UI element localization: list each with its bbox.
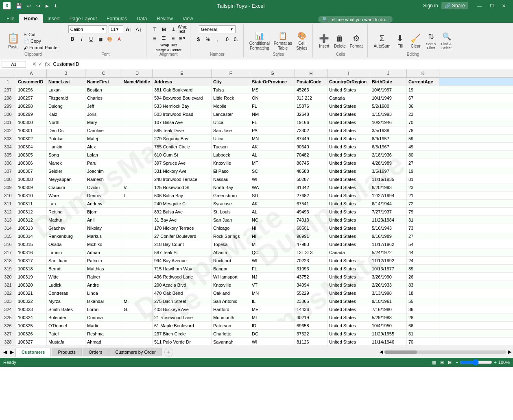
table-cell[interactable]: 67541 <box>295 200 327 208</box>
table-cell[interactable] <box>122 102 153 110</box>
table-cell[interactable]: Charles <box>85 94 122 102</box>
table-cell[interactable] <box>122 281 153 289</box>
table-cell[interactable]: 36 <box>407 305 439 313</box>
table-cell[interactable]: 12/27/1994 <box>370 192 407 200</box>
table-row[interactable]: 327100326PatelReshma237 Birch CircleChar… <box>0 330 513 338</box>
table-cell[interactable]: AK <box>250 200 295 208</box>
table-cell[interactable]: 100321 <box>16 289 47 297</box>
percent-btn[interactable]: % <box>204 35 212 44</box>
table-row[interactable]: 298100297FitzgeraldCharles594 Boxwood Bo… <box>0 94 513 102</box>
table-cell[interactable]: United States <box>327 224 370 232</box>
comma-btn[interactable]: , <box>213 35 221 44</box>
table-cell[interactable] <box>122 330 153 338</box>
table-cell[interactable]: 11/29/1955 <box>370 330 407 338</box>
table-cell[interactable]: 100301 <box>16 126 47 135</box>
table-cell[interactable] <box>122 94 153 102</box>
table-cell[interactable]: NJ <box>250 273 295 281</box>
table-cell[interactable]: United States <box>327 102 370 110</box>
table-cell[interactable]: Ramesh <box>85 175 122 183</box>
format-cells-btn[interactable]: ⚙ Format <box>348 33 365 49</box>
table-cell[interactable]: 237 Birch Circle <box>153 330 212 338</box>
decrease-decimal-btn[interactable]: 0. <box>232 35 240 44</box>
table-cell[interactable]: 7/27/1937 <box>370 208 407 216</box>
table-cell[interactable] <box>122 313 153 322</box>
table-cell[interactable]: United States <box>327 289 370 297</box>
font-name-selector[interactable]: Calibri ▼ <box>68 25 107 33</box>
minimize-btn[interactable]: — <box>473 2 486 10</box>
table-cell[interactable]: 100315 <box>16 240 47 248</box>
table-cell[interactable]: NC <box>250 216 295 224</box>
table-cell[interactable]: 48588 <box>295 167 327 175</box>
currency-btn[interactable]: $ <box>194 35 203 44</box>
table-cell[interactable]: United States <box>327 297 370 305</box>
table-cell[interactable]: United States <box>327 118 370 126</box>
table-cell[interactable]: Smith-Bates <box>47 305 85 313</box>
table-cell[interactable]: 100313 <box>16 224 47 232</box>
tab-review[interactable]: Review <box>152 14 177 23</box>
table-cell[interactable]: 36 <box>407 102 439 110</box>
table-cell[interactable]: 54 <box>407 240 439 248</box>
confirm-formula-icon[interactable]: ✓ <box>38 61 43 67</box>
table-cell[interactable] <box>122 159 153 167</box>
table-cell[interactable]: 100300 <box>16 118 47 126</box>
table-cell[interactable]: Mary <box>85 118 122 126</box>
cut-btn[interactable]: ✂ Cut <box>22 32 61 38</box>
table-cell[interactable]: 40219 <box>295 313 327 322</box>
table-cell[interactable]: 100308 <box>16 175 47 183</box>
delete-cells-btn[interactable]: 🗑 Delete <box>332 33 347 49</box>
align-top-btn[interactable]: ⊤ <box>151 25 159 33</box>
number-format-selector[interactable]: General ▼ <box>199 25 236 33</box>
conditional-formatting-btn[interactable]: 📊 ConditionalFormatting <box>248 30 271 52</box>
table-cell[interactable]: Matthias <box>85 265 122 273</box>
table-cell[interactable]: United States <box>327 330 370 338</box>
table-cell[interactable]: SD <box>250 192 295 200</box>
table-cell[interactable]: 331 Hickory Ave <box>153 167 212 175</box>
table-cell[interactable]: 100316 <box>16 248 47 257</box>
table-cell[interactable]: North <box>47 118 85 126</box>
table-cell[interactable]: 73 <box>407 224 439 232</box>
table-cell[interactable]: 39 <box>407 265 439 273</box>
table-cell[interactable]: United States <box>327 216 370 224</box>
table-cell[interactable]: Seidler <box>47 167 85 175</box>
table-cell[interactable]: 45263 <box>295 86 327 94</box>
table-cell[interactable]: United States <box>327 208 370 216</box>
table-cell[interactable]: ME <box>250 305 295 313</box>
table-cell[interactable]: 275 Birch Street <box>153 297 212 305</box>
table-row[interactable]: 321100320LudickAndre200 Acacia BlvdKnoxv… <box>0 281 513 289</box>
table-cell[interactable]: Anil <box>85 216 122 224</box>
table-cell[interactable]: United States <box>327 167 370 175</box>
table-cell[interactable]: 67 <box>407 94 439 102</box>
table-cell[interactable]: CountryOrRegion <box>327 78 370 86</box>
table-cell[interactable]: AL <box>250 151 295 159</box>
sheet-tab-products[interactable]: Products <box>52 348 81 356</box>
table-cell[interactable] <box>122 273 153 281</box>
table-cell[interactable]: 125 Rosewood St <box>153 183 212 192</box>
table-cell[interactable]: 107 Balsa Ave <box>153 118 212 126</box>
table-cell[interactable]: Oakland <box>212 289 250 297</box>
table-cell[interactable]: Den Os <box>47 126 85 135</box>
table-cell[interactable]: Lolan <box>85 151 122 159</box>
col-hdr-j[interactable]: J <box>370 69 407 77</box>
table-row[interactable]: 311100311LanAndrew240 Mesquite CtSyracus… <box>0 200 513 208</box>
table-cell[interactable]: City <box>212 78 250 86</box>
table-cell[interactable]: 100326 <box>16 330 47 338</box>
table-cell[interactable]: 15376 <box>295 102 327 110</box>
table-cell[interactable]: Bostjan <box>85 86 122 94</box>
table-cell[interactable] <box>122 126 153 135</box>
table-cell[interactable]: 43752 <box>295 273 327 281</box>
table-cell[interactable]: Grachev <box>47 224 85 232</box>
col-hdr-a[interactable]: A <box>16 69 47 77</box>
table-cell[interactable]: Retting <box>47 208 85 216</box>
table-cell[interactable]: 715 Hawthorn Way <box>153 265 212 273</box>
table-cell[interactable]: Topeka <box>212 240 250 248</box>
table-cell[interactable]: Lukan <box>47 86 85 94</box>
share-btn[interactable]: 🔗 Share <box>441 2 468 9</box>
table-cell[interactable]: Knoxville <box>212 159 250 167</box>
table-cell[interactable] <box>122 216 153 224</box>
table-cell[interactable]: Linda <box>85 289 122 297</box>
table-cell[interactable]: L. <box>122 192 153 200</box>
view-layout-btn[interactable]: ⊞ <box>440 360 444 365</box>
table-row[interactable]: 312100312RettingBjorn892 Balsa AveSt. Lo… <box>0 208 513 216</box>
table-cell[interactable]: Myrza <box>47 297 85 305</box>
table-cell[interactable]: 470 Oak Bend <box>153 289 212 297</box>
